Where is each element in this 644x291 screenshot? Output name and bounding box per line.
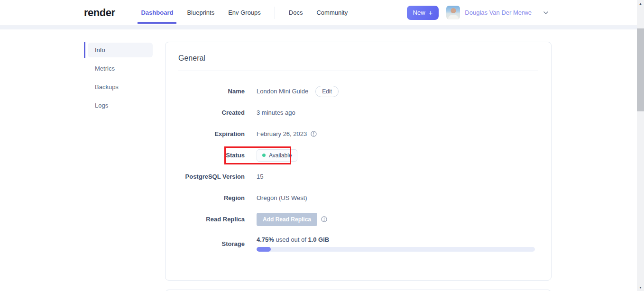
storage-progress-track (257, 247, 535, 252)
status-row: Status Available (178, 145, 538, 166)
add-read-replica-button[interactable]: Add Read Replica (257, 213, 317, 226)
general-panel: General Name London Mini Guide Edit Crea… (165, 42, 552, 281)
avatar-head (451, 8, 456, 13)
expiration-value: February 26, 2023 (257, 130, 307, 137)
render-logo[interactable]: render (84, 7, 115, 19)
version-row: PostgreSQL Version 15 (178, 166, 538, 187)
read-replica-info-icon[interactable] (321, 216, 327, 222)
panel-title: General (178, 42, 538, 63)
version-value: 15 (257, 173, 263, 180)
top-navigation-bar: render Dashboard Blueprints Env Groups D… (0, 0, 637, 26)
sidebar-item-backups[interactable]: Backups (88, 80, 153, 94)
name-value: London Mini Guide (257, 88, 308, 95)
region-label: Region (178, 194, 245, 201)
read-replica-row: Read Replica Add Read Replica (178, 209, 538, 230)
storage-label: Storage (178, 240, 245, 247)
region-row: Region Oregon (US West) (178, 187, 538, 209)
expiration-label: Expiration (178, 130, 245, 137)
status-dot-icon (262, 154, 266, 157)
version-label: PostgreSQL Version (178, 173, 245, 180)
page-scrollbar[interactable]: ▲ ▼ (637, 0, 644, 291)
expiration-row: Expiration February 26, 2023 (178, 123, 538, 145)
storage-usage-text: 4.75% used out of 1.0 GiB (257, 236, 535, 243)
storage-used-percent: 4.75% (257, 236, 274, 243)
sidebar-item-info[interactable]: Info (88, 43, 153, 57)
nav-community[interactable]: Community (316, 9, 348, 16)
edit-name-button[interactable]: Edit (315, 86, 339, 97)
status-badge: Available (257, 149, 297, 162)
plus-icon: + (429, 9, 433, 17)
nav-env-groups[interactable]: Env Groups (228, 9, 261, 16)
status-badge-text: Available (269, 152, 292, 159)
storage-middle-text: used out of (274, 236, 308, 243)
avatar[interactable] (446, 6, 460, 19)
scroll-down-icon[interactable]: ▼ (637, 284, 644, 291)
scroll-up-icon[interactable]: ▲ (637, 0, 644, 7)
created-value: 3 minutes ago (257, 109, 295, 116)
sidebar-item-logs[interactable]: Logs (88, 98, 153, 113)
chevron-down-icon[interactable] (543, 10, 549, 16)
storage-total: 1.0 GiB (308, 236, 329, 243)
scrollbar-thumb[interactable] (637, 28, 644, 111)
user-name[interactable]: Douglas Van Der Merwe (465, 9, 532, 16)
read-replica-label: Read Replica (178, 216, 245, 223)
new-button[interactable]: New + (407, 6, 439, 20)
storage-row: Storage 4.75% used out of 1.0 GiB (178, 230, 538, 257)
name-row: Name London Mini Guide Edit (178, 81, 538, 102)
service-sidebar: Info Metrics Backups Logs (84, 43, 153, 117)
created-label: Created (178, 109, 245, 116)
main-nav: Dashboard Blueprints Env Groups Docs Com… (141, 7, 348, 19)
region-value: Oregon (US West) (257, 194, 307, 201)
expiration-info-icon[interactable] (311, 131, 317, 137)
nav-dashboard[interactable]: Dashboard (141, 9, 173, 16)
header-sub-band (0, 26, 637, 29)
avatar-shirt (448, 15, 459, 19)
sidebar-item-metrics[interactable]: Metrics (88, 61, 153, 76)
nav-divider (275, 7, 275, 19)
header-right-group: New + Douglas Van Der Merwe (407, 6, 549, 20)
name-label: Name (178, 88, 245, 95)
nav-blueprints[interactable]: Blueprints (187, 9, 214, 16)
status-label: Status (178, 152, 245, 159)
new-button-label: New (413, 9, 425, 16)
nav-docs[interactable]: Docs (289, 9, 303, 16)
storage-progress-fill (257, 247, 271, 252)
created-row: Created 3 minutes ago (178, 102, 538, 123)
